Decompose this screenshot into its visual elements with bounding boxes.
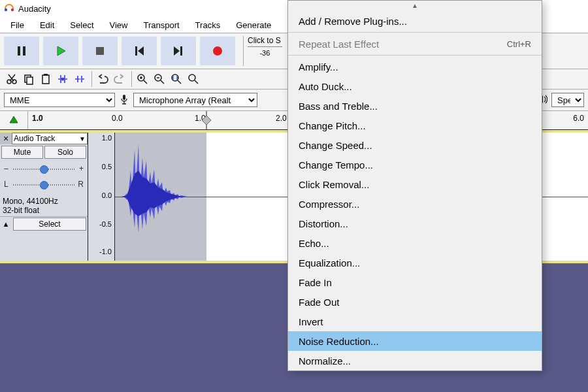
menu-select[interactable]: Select — [62, 19, 101, 31]
menu-item-fade-in[interactable]: Fade In — [288, 272, 542, 292]
track-control-panel: × Audio Track ▼ Mute Solo – + L R — [0, 133, 88, 261]
amplitude-scale: 1.0 0.5 0.0 -0.5 -1.0 — [88, 133, 115, 261]
meter-click-label: Click to S — [248, 36, 282, 45]
meter-scale-mark: -36 — [248, 49, 282, 57]
svg-rect-13 — [44, 74, 48, 76]
playback-device-select[interactable]: Speak — [551, 93, 584, 107]
fit-selection-button[interactable] — [169, 71, 184, 87]
shortcut-label: Ctrl+R — [507, 39, 531, 49]
svg-rect-2 — [18, 46, 20, 56]
pan-left-label: L — [4, 180, 8, 189]
solo-button[interactable]: Solo — [44, 146, 86, 159]
skip-end-button[interactable] — [161, 37, 196, 65]
svg-rect-6 — [180, 46, 182, 56]
pan-right-label: R — [78, 180, 84, 189]
menu-item-add-remove-plugins[interactable]: Add / Remove Plug-ins... — [288, 11, 542, 31]
svg-point-0 — [5, 8, 7, 11]
scale-tick: -0.5 — [99, 220, 112, 228]
trim-button[interactable] — [55, 71, 71, 87]
svg-rect-5 — [135, 46, 137, 56]
gain-thumb[interactable] — [40, 165, 48, 174]
track-bitdepth-label: 32-bit float — [3, 206, 85, 215]
stop-button[interactable] — [82, 37, 118, 65]
menu-item-echo[interactable]: Echo... — [288, 233, 542, 253]
scale-tick: 0.0 — [102, 191, 112, 199]
zoom-out-button[interactable] — [152, 71, 167, 87]
effects-menu: ▲ Add / Remove Plug-ins... Repeat Last E… — [287, 0, 542, 371]
recording-device-select[interactable]: Microphone Array (Realt — [133, 93, 257, 107]
playhead-icon[interactable] — [202, 111, 211, 129]
menu-item-distortion[interactable]: Distortion... — [288, 214, 542, 233]
menu-item-invert[interactable]: Invert — [288, 312, 542, 331]
svg-rect-3 — [23, 46, 25, 56]
fit-project-button[interactable] — [186, 71, 201, 87]
undo-button[interactable] — [95, 71, 110, 87]
menu-item-normalize[interactable]: Normalize... — [288, 351, 542, 370]
menu-item-amplify[interactable]: Amplify... — [288, 57, 542, 76]
menu-item-compressor[interactable]: Compressor... — [288, 194, 542, 214]
mute-button[interactable]: Mute — [1, 146, 43, 159]
menu-scroll-up[interactable]: ▲ — [288, 1, 542, 11]
recording-meter[interactable]: Click to S -36 — [243, 36, 282, 66]
menu-item-noise-reduction[interactable]: Noise Reduction... — [288, 331, 542, 351]
svg-rect-11 — [27, 77, 33, 84]
paste-button[interactable] — [38, 71, 54, 87]
gain-plus-label: + — [79, 164, 84, 173]
menu-tracks[interactable]: Tracks — [188, 19, 229, 31]
pause-button[interactable] — [4, 37, 39, 65]
menu-item-change-speed[interactable]: Change Speed... — [288, 135, 542, 155]
audio-host-select[interactable]: MME — [4, 93, 115, 107]
svg-point-7 — [213, 46, 222, 56]
menu-item-repeat-last-effect[interactable]: Repeat Last Effect Ctrl+R — [288, 34, 542, 54]
pan-slider[interactable]: L R — [4, 177, 84, 193]
skip-start-button[interactable] — [122, 37, 157, 65]
zoom-in-button[interactable] — [135, 71, 150, 87]
timeline-tick: 1.0 — [32, 114, 43, 123]
menu-edit[interactable]: Edit — [32, 19, 62, 31]
scale-tick: 1.0 — [102, 134, 112, 142]
menu-item-click-removal[interactable]: Click Removal... — [288, 174, 542, 194]
menu-item-auto-duck[interactable]: Auto Duck... — [288, 76, 542, 96]
track-collapse-button[interactable]: ▲ — [0, 220, 12, 228]
menu-item-equalization[interactable]: Equalization... — [288, 253, 542, 272]
track-select-button[interactable]: Select — [13, 218, 86, 231]
silence-button[interactable] — [72, 71, 88, 87]
copy-button[interactable] — [21, 71, 37, 87]
svg-point-1 — [11, 8, 14, 11]
record-button[interactable] — [200, 37, 235, 65]
timeline-tick: 2.0 — [276, 114, 287, 123]
caret-down-icon: ▼ — [79, 135, 86, 142]
track-name-label: Audio Track — [14, 134, 55, 143]
menu-view[interactable]: View — [102, 19, 136, 31]
svg-point-17 — [189, 74, 195, 81]
redo-button[interactable] — [112, 71, 127, 87]
pan-thumb[interactable] — [40, 181, 48, 189]
menu-item-fade-out[interactable]: Fade Out — [288, 292, 542, 312]
cut-button[interactable] — [4, 71, 20, 87]
scale-tick: 0.5 — [102, 163, 112, 171]
timeline-tick: 0.0 — [112, 114, 123, 123]
menu-item-bass-and-treble[interactable]: Bass and Treble... — [288, 96, 542, 116]
timeline-tick: 6.0 — [573, 114, 584, 123]
scale-tick: -1.0 — [99, 248, 112, 255]
menu-item-change-tempo[interactable]: Change Tempo... — [288, 155, 542, 174]
track-close-button[interactable]: × — [0, 133, 12, 144]
menu-generate[interactable]: Generate — [228, 19, 279, 31]
app-title: Audacity — [18, 4, 51, 14]
gain-minus-label: – — [4, 164, 8, 173]
play-button[interactable] — [43, 37, 78, 65]
menu-item-change-pitch[interactable]: Change Pitch... — [288, 116, 542, 135]
menu-file[interactable]: File — [3, 19, 32, 31]
menu-transport[interactable]: Transport — [135, 19, 187, 31]
track-format-label: Mono, 44100Hz — [3, 197, 85, 206]
svg-rect-12 — [42, 75, 49, 84]
timeline-pin-icon[interactable] — [0, 111, 28, 129]
track-menu-button[interactable]: Audio Track ▼ — [12, 133, 88, 144]
gain-slider[interactable]: – + — [4, 161, 84, 177]
app-logo-icon — [4, 3, 14, 14]
svg-rect-18 — [123, 95, 125, 100]
svg-rect-4 — [96, 47, 104, 55]
microphone-icon — [118, 94, 131, 106]
